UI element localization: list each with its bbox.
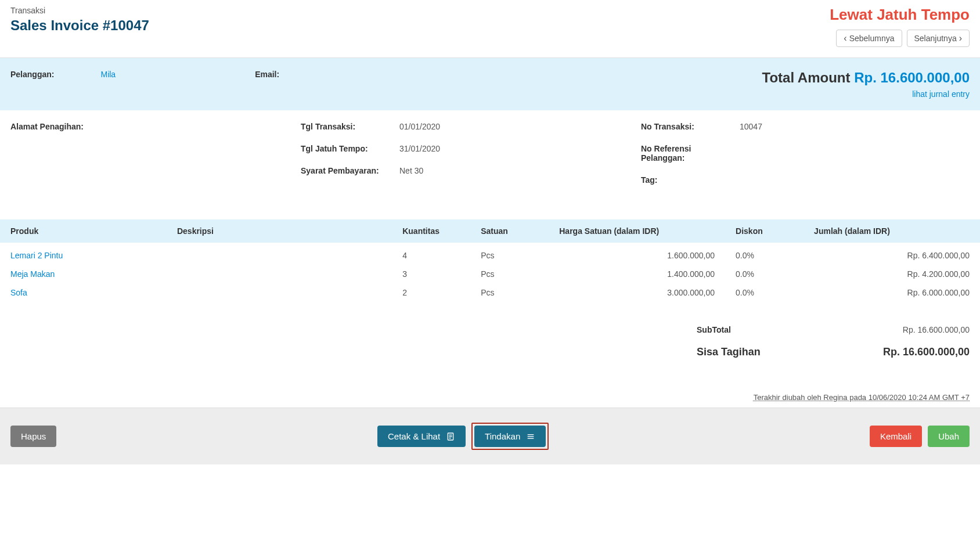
next-button[interactable]: Selanjutnya › xyxy=(907,30,970,47)
cell-jumlah: Rp. 4.200.000,00 xyxy=(804,265,980,283)
cell-kuantitas: 3 xyxy=(392,265,470,283)
customer-label: Pelanggan: xyxy=(10,70,54,79)
action-label: Tindakan xyxy=(485,431,520,441)
menu-icon xyxy=(526,432,535,441)
no-ref-label: No Referensi Pelanggan: xyxy=(641,144,734,163)
document-icon xyxy=(446,432,455,441)
total-amount: Rp. 16.600.000,00 xyxy=(854,70,970,85)
syarat-label: Syarat Pembayaran: xyxy=(301,166,394,175)
status-badge: Lewat Jatuh Tempo xyxy=(830,6,970,24)
billing-address-label: Alamat Penagihan: xyxy=(10,122,103,131)
products-table: Produk Deskripsi Kuantitas Satuan Harga … xyxy=(0,219,980,302)
prev-label: Sebelumnya xyxy=(849,34,895,43)
highlight-box: Tindakan xyxy=(471,423,549,450)
cell-satuan: Pcs xyxy=(470,265,549,283)
tgl-jatuh-tempo-value: 31/01/2020 xyxy=(399,144,629,153)
cell-satuan: Pcs xyxy=(470,283,549,302)
product-link[interactable]: Lemari 2 Pintu xyxy=(10,251,63,260)
sisa-value: Rp. 16.600.000,00 xyxy=(824,346,970,358)
breadcrumb[interactable]: Transaksi xyxy=(10,6,149,15)
sisa-label: Sisa Tagihan xyxy=(697,346,761,358)
print-view-button[interactable]: Cetak & Lihat xyxy=(377,426,466,447)
tgl-transaksi-value: 01/01/2020 xyxy=(399,122,629,131)
next-label: Selanjutnya xyxy=(914,34,957,43)
customer-link[interactable]: Mila xyxy=(100,70,116,79)
cell-deskripsi xyxy=(167,243,392,265)
cell-harga: 3.000.000,00 xyxy=(549,283,725,302)
tag-label: Tag: xyxy=(641,175,734,185)
action-button[interactable]: Tindakan xyxy=(474,426,546,447)
cell-kuantitas: 2 xyxy=(392,283,470,302)
cell-deskripsi xyxy=(167,265,392,283)
cell-diskon: 0.0% xyxy=(725,283,804,302)
tgl-transaksi-label: Tgl Transaksi: xyxy=(301,122,394,131)
page-title: Sales Invoice #10047 xyxy=(10,17,149,34)
syarat-value: Net 30 xyxy=(399,166,629,175)
subtotal-value: Rp. 16.600.000,00 xyxy=(824,325,970,334)
th-satuan: Satuan xyxy=(470,219,549,243)
email-label: Email: xyxy=(255,70,279,79)
chevron-right-icon: › xyxy=(959,34,962,43)
cell-diskon: 0.0% xyxy=(725,265,804,283)
cell-kuantitas: 4 xyxy=(392,243,470,265)
prev-button[interactable]: ‹ Sebelumnya xyxy=(836,30,902,47)
table-row: Sofa2Pcs3.000.000,000.0%Rp. 6.000.000,00 xyxy=(0,283,980,302)
print-label: Cetak & Lihat xyxy=(388,431,440,441)
cell-deskripsi xyxy=(167,283,392,302)
cell-jumlah: Rp. 6.400.000,00 xyxy=(804,243,980,265)
no-transaksi-label: No Transaksi: xyxy=(641,122,734,131)
cell-jumlah: Rp. 6.000.000,00 xyxy=(804,283,980,302)
tgl-jatuh-tempo-label: Tgl Jatuh Tempo: xyxy=(301,144,394,153)
th-diskon: Diskon xyxy=(725,219,804,243)
cell-harga: 1.400.000,00 xyxy=(549,265,725,283)
no-ref-value xyxy=(740,144,970,163)
edit-button[interactable]: Ubah xyxy=(928,426,970,447)
table-row: Meja Makan3Pcs1.400.000,000.0%Rp. 4.200.… xyxy=(0,265,980,283)
delete-button[interactable]: Hapus xyxy=(10,426,56,447)
chevron-left-icon: ‹ xyxy=(844,34,846,43)
cell-harga: 1.600.000,00 xyxy=(549,243,725,265)
product-link[interactable]: Meja Makan xyxy=(10,269,55,279)
total-label: Total Amount xyxy=(762,70,855,85)
audit-text[interactable]: Terakhir diubah oleh Regina pada 10/06/2… xyxy=(754,393,970,402)
cell-satuan: Pcs xyxy=(470,243,549,265)
no-transaksi-value: 10047 xyxy=(740,122,970,131)
tag-value xyxy=(740,175,970,185)
back-button[interactable]: Kembali xyxy=(870,426,922,447)
th-produk: Produk xyxy=(0,219,167,243)
th-deskripsi: Deskripsi xyxy=(167,219,392,243)
th-kuantitas: Kuantitas xyxy=(392,219,470,243)
product-link[interactable]: Sofa xyxy=(10,288,27,297)
subtotal-label: SubTotal xyxy=(697,325,731,334)
th-jumlah: Jumlah (dalam IDR) xyxy=(804,219,980,243)
billing-address-value xyxy=(109,122,289,131)
cell-diskon: 0.0% xyxy=(725,243,804,265)
jurnal-entry-link[interactable]: lihat jurnal entry xyxy=(762,89,970,99)
table-row: Lemari 2 Pintu4Pcs1.600.000,000.0%Rp. 6.… xyxy=(0,243,980,265)
th-harga: Harga Satuan (dalam IDR) xyxy=(549,219,725,243)
